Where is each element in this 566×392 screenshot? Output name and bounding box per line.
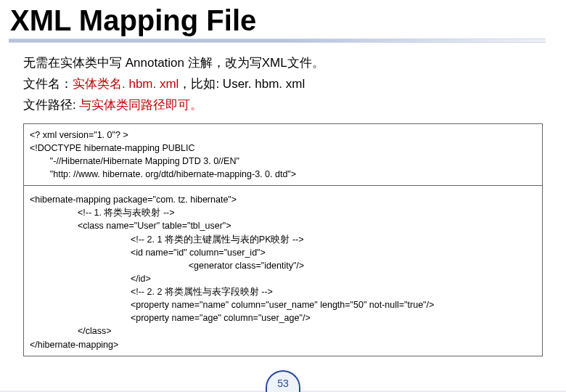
code-line: "-//Hibernate/Hibernate Mapping DTD 3. 0… — [30, 155, 536, 168]
desc-line3-a: 文件路径: — [23, 98, 79, 112]
desc-line2-a: 文件名： — [23, 77, 73, 91]
code-line: <property name="age" column="user_age"/> — [30, 311, 536, 324]
page-title: XML Mapping File — [0, 0, 566, 38]
code-segment-body: <hibernate-mapping package="com. tz. hib… — [24, 185, 542, 356]
code-line: <hibernate-mapping package="com. tz. hib… — [30, 193, 536, 206]
code-line: </id> — [30, 272, 536, 285]
code-line: <class name="User" table="tbl_user"> — [30, 219, 536, 232]
title-underline — [9, 38, 546, 43]
desc-line1: 无需在实体类中写 Annotation 注解，改为写XML文件。 — [23, 56, 324, 70]
code-segment-header: <? xml version="1. 0"? > <!DOCTYPE hiber… — [24, 124, 542, 186]
code-line: "http: //www. hibernate. org/dtd/hiberna… — [30, 168, 536, 181]
code-line: <id name="id" column="user_id"> — [30, 246, 536, 259]
desc-line2-c: ，比如: User. hbm. xml — [179, 77, 305, 91]
description-block: 无需在实体类中写 Annotation 注解，改为写XML文件。 文件名：实体类… — [0, 53, 566, 116]
code-line: </hibernate-mapping> — [30, 338, 536, 351]
code-line: <? xml version="1. 0"? > — [30, 128, 536, 142]
code-line: </class> — [30, 324, 536, 338]
code-line: <!-- 2. 2 将类属性与表字段映射 --> — [30, 285, 536, 298]
desc-line3-b: 与实体类同路径即可。 — [79, 98, 202, 112]
code-line: <generator class="identity"/> — [30, 259, 536, 272]
code-line: <property name="name" column="user_name"… — [30, 298, 536, 311]
code-line: <!-- 1. 将类与表映射 --> — [30, 206, 536, 219]
page-number: 53 — [266, 370, 300, 392]
code-line: <!-- 2. 1 将类的主键属性与表的PK映射 --> — [30, 233, 536, 246]
code-line: <!DOCTYPE hibernate-mapping PUBLIC — [30, 142, 536, 155]
code-box: <? xml version="1. 0"? > <!DOCTYPE hiber… — [23, 123, 543, 356]
desc-line2-b: 实体类名. hbm. xml — [73, 77, 179, 91]
